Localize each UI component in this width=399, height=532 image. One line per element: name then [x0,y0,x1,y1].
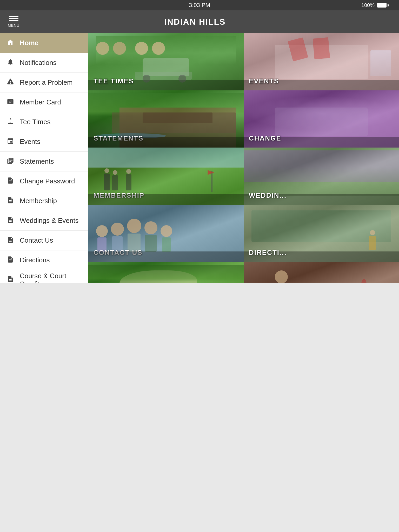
tile-membership-bg [88,148,244,205]
directions-icon [6,256,15,265]
battery-icon [377,3,389,8]
tile-label-weddings: WEDDIN... [249,191,287,200]
sidebar-item-member-card[interactable]: Member Card [0,92,88,112]
tile-label-events: EVENTS [249,77,279,85]
statements-icon [6,157,15,166]
sidebar-item-weddings-events[interactable]: Weddings & Events [0,211,88,231]
course-conditions-icon [6,276,15,283]
membership-icon [6,197,15,205]
sidebar-label-notifications: Notifications [20,59,57,67]
tile-directions[interactable]: DIRECTI... [244,205,399,262]
events-icon [6,137,15,146]
tile-tee-times[interactable]: TEE TIMES [88,33,244,90]
tile-contact-bg [88,205,244,262]
tiles-grid: TEE TIMES EVENTS [88,33,399,283]
tile-course-conditions[interactable]: COURSE & COURTCONDITIONS [88,262,244,283]
sidebar-item-report-problem[interactable]: Report a Problem [0,73,88,92]
sidebar-item-contact-us[interactable]: Contact Us [0,231,88,250]
home-icon [6,39,15,48]
tee-times-icon [6,118,15,127]
tile-label-directions: DIRECTI... [249,249,287,257]
main-layout: Home Notifications Report a Problem Memb… [0,33,399,283]
sidebar-item-tee-times[interactable]: Tee Times [0,112,88,132]
sidebar-item-membership[interactable]: Membership [0,191,88,211]
status-time: 3:03 PM [189,2,210,9]
sidebar-item-notifications[interactable]: Notifications [0,53,88,73]
sidebar-label-weddings-events: Weddings & Events [20,217,78,225]
menu-button[interactable]: MENU [8,16,19,28]
sidebar-label-member-card: Member Card [20,98,61,106]
content-area: TEE TIMES EVENTS [88,33,399,283]
tile-label-change-password: CHANGE [249,134,281,142]
sidebar: Home Notifications Report a Problem Memb… [0,33,88,283]
tile-course-bg [88,262,244,283]
battery-percent: 100% [361,2,375,8]
sidebar-label-events: Events [20,138,41,146]
status-right: 100% [361,2,389,8]
sidebar-label-tee-times: Tee Times [20,118,51,126]
sidebar-item-directions[interactable]: Directions [0,250,88,270]
tile-contact-us[interactable]: CONTACT US [88,205,244,262]
battery-fill [378,3,386,7]
sidebar-label-report-problem: Report a Problem [20,78,73,87]
notifications-icon [6,58,15,67]
member-card-icon [6,98,15,107]
battery-tip [388,4,389,6]
menu-line-2 [9,18,18,19]
app-header: MENU INDIAN HILLS [0,10,399,33]
tile-statements[interactable]: STATEMENTS [88,90,244,148]
tile-weddings[interactable]: WEDDIN... [244,148,399,205]
tile-menus[interactable]: MENUS [244,262,399,283]
sidebar-label-home: Home [20,39,38,47]
menu-line-3 [9,20,18,21]
contact-us-icon [6,236,15,245]
sidebar-item-events[interactable]: Events [0,132,88,152]
tile-events[interactable]: EVENTS [244,33,399,90]
content-footer [0,283,399,532]
tile-statements-bg [88,90,244,148]
sidebar-item-change-password[interactable]: Change Password [0,171,88,191]
menu-label: MENU [8,23,19,28]
weddings-events-icon [6,216,15,225]
menu-line-1 [9,16,18,17]
sidebar-label-course-conditions: Course & Court Condit… [20,272,82,283]
tile-menus-bg [244,262,399,283]
report-problem-icon [6,78,15,87]
battery-body [377,3,387,8]
tile-label-tee-times: TEE TIMES [94,77,134,85]
tile-change-password[interactable]: CHANGE [244,90,399,148]
sidebar-item-home[interactable]: Home [0,33,88,53]
sidebar-label-change-password: Change Password [20,177,75,185]
status-bar: 3:03 PM 100% [0,0,399,10]
svg-point-0 [10,118,11,119]
sidebar-label-membership: Membership [20,197,57,205]
change-password-icon [6,177,15,186]
sidebar-label-contact-us: Contact Us [20,236,53,244]
tile-membership[interactable]: MEMBERSHIP [88,148,244,205]
app-title: INDIAN HILLS [164,17,247,27]
sidebar-item-statements[interactable]: Statements [0,152,88,171]
sidebar-label-statements: Statements [20,157,54,165]
sidebar-label-directions: Directions [20,256,50,264]
sidebar-item-course-conditions[interactable]: Course & Court Condit… [0,270,88,283]
